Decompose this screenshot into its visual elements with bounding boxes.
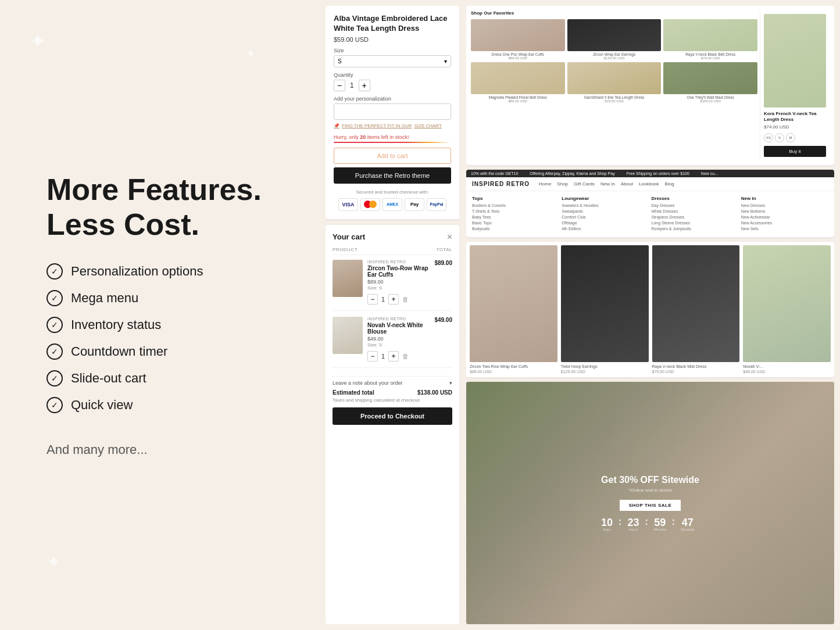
cart-note[interactable]: Leave a note about your order ▾ (333, 376, 452, 386)
mega-col-item[interactable]: New Bottoms (741, 209, 828, 213)
countdown-separator: : (645, 517, 648, 527)
feature-item: ✓ Mega menu (47, 290, 291, 306)
size-select[interactable]: S ▾ (334, 55, 451, 67)
store-banner: 10% with the code GET10 Offering Afterpa… (466, 170, 834, 177)
feature-label: Personalization options (71, 264, 203, 279)
store-products-row: Zircon Two-Row Wrap Ear Cuffs $89.00 USD… (466, 242, 834, 377)
product-thumb-item: Raya Y-neck Black Belt Dress $79.00 USD (663, 19, 757, 60)
cart-item: INSPIRED RETRO Zircon Two-Row Wrap Ear C… (333, 260, 452, 311)
countdown-seconds-label: Seconds (681, 528, 694, 531)
delete-icon[interactable]: 🗑 (402, 353, 409, 360)
mega-col-item[interactable]: Baby Tees (472, 215, 559, 219)
store-header: INSPIRED RETRO Home Shop Gift Cards New … (466, 177, 834, 191)
qty-increase-button[interactable]: + (359, 80, 370, 91)
and-more-text: And many more... (47, 442, 291, 457)
mega-col-item[interactable]: Bustiers & Corsets (472, 203, 559, 207)
mega-col-title: Tops (472, 196, 559, 201)
add-to-cart-button[interactable]: Add to cart (334, 148, 451, 164)
size-option-m[interactable]: M (786, 133, 795, 142)
nav-items: Home Shop Gift Cards New In About Lookbo… (539, 181, 674, 187)
heading-line1: More Features. (47, 173, 262, 206)
qty-decrease-button[interactable]: − (334, 80, 345, 91)
nav-item-home[interactable]: Home (539, 181, 551, 187)
kora-buy-button[interactable]: Buy it (764, 146, 826, 157)
mastercard-icon (360, 198, 380, 211)
mega-col-item[interactable]: Long Sleeve Dresses (652, 221, 739, 225)
purchase-theme-button[interactable]: Purchase the Retro theme (334, 167, 451, 184)
countdown-days-label: Days (603, 528, 611, 531)
product-thumbnail (663, 19, 757, 51)
mega-menu-col-loungewear: Loungewear Sweaters & Hoodies Sweatpants… (562, 196, 649, 232)
store-product-name: Novah V-... (743, 364, 831, 368)
product-thumb-price: $89.00 USD (471, 99, 565, 103)
shop-sale-button[interactable]: SHOP THIS SALE (620, 500, 681, 511)
checkout-button[interactable]: Proceed to Checkout (333, 407, 452, 425)
delete-icon[interactable]: 🗑 (402, 296, 409, 303)
mega-col-item[interactable]: Bodysuits (472, 227, 559, 231)
feature-label: Mega menu (71, 291, 138, 306)
personalize-input[interactable] (334, 103, 451, 120)
mega-col-item[interactable]: Sweatpants (562, 209, 649, 213)
cart-item-price: $89.00 (367, 279, 430, 285)
nav-item-newin[interactable]: New In (600, 181, 615, 187)
nav-item-shop[interactable]: Shop (557, 181, 568, 187)
mega-col-item[interactable]: Rompers & Jumpsuits (652, 227, 739, 231)
main-heading: More Features. Less Cost. (47, 173, 291, 242)
shop-favorites-label: Shop Our Favorites (471, 10, 757, 16)
cart-panel: Your cart × PRODUCT TOTAL INSPIRED RETRO… (326, 225, 459, 624)
mega-col-item[interactable]: White Dresses (652, 209, 739, 213)
kora-product-name: Kora French V-neck Tea Length Dress (764, 111, 826, 123)
countdown-seconds-value: 47 (682, 517, 694, 528)
product-thumb-price: $129.00 USD (567, 56, 662, 60)
store-product-price: $129.00 USD (561, 370, 649, 374)
store-top-section: Shop Our Favorites Dress One Poc Wrap Ea… (466, 6, 834, 165)
close-icon[interactable]: × (447, 232, 452, 242)
cart-item-image (333, 317, 363, 354)
cart-header: Your cart × (333, 232, 452, 242)
qty-value: 1 (350, 81, 354, 90)
chevron-down-icon: ▾ (449, 380, 452, 386)
cart-qty-decrease[interactable]: − (367, 294, 378, 305)
cart-qty-decrease[interactable]: − (367, 351, 378, 361)
mega-col-item[interactable]: Strapless Dresses (652, 215, 739, 219)
cart-item-qty-row: − 1 + 🗑 (367, 351, 430, 361)
product-thumbnail (471, 62, 565, 94)
store-product-image (743, 245, 831, 362)
mega-col-item[interactable]: New Sets (741, 227, 828, 231)
store-product-image (652, 245, 740, 362)
mega-col-item[interactable]: Day Dresses (652, 203, 739, 207)
cart-item-brand: INSPIRED RETRO (367, 317, 430, 321)
sale-title: Get 30% OFF Sitewide (601, 475, 699, 485)
cart-qty-increase[interactable]: + (388, 294, 399, 305)
check-icon: ✓ (47, 370, 63, 386)
nav-item-blog[interactable]: Blog (665, 181, 674, 187)
size-chart-link-text[interactable]: SIZE CHART (414, 123, 441, 128)
product-thumb-name: Zircon Wrap Ear Earrings (567, 52, 662, 56)
store-product-name: Raya V-neck Black Midi Dress (652, 364, 740, 368)
cart-qty-increase[interactable]: + (388, 351, 399, 361)
mega-col-item[interactable]: New Accessories (741, 221, 828, 225)
countdown-seconds: 47 Seconds (681, 517, 694, 531)
mega-col-title: Dresses (652, 196, 739, 201)
product-thumb-name: Ona They'll Wait Maxi Dress (663, 95, 757, 99)
nav-item-about[interactable]: About (621, 181, 633, 187)
size-option-xs[interactable]: XS (764, 133, 773, 142)
mega-col-item[interactable]: Sweaters & Hoodies (562, 203, 649, 207)
mega-col-item[interactable]: 4th Edition (562, 227, 649, 231)
sparkle-decoration-bl: ✦ (47, 552, 61, 572)
store-product-item: Zircon Two-Row Wrap Ear Cuffs $89.00 USD (470, 245, 557, 374)
mega-col-item[interactable]: T-Shirts & Tees (472, 209, 559, 213)
size-option-s[interactable]: S (775, 133, 784, 142)
nav-item-giftcards[interactable]: Gift Cards (574, 181, 595, 187)
store-logo: INSPIRED RETRO (472, 181, 530, 187)
nav-item-lookbook[interactable]: Lookbook (639, 181, 659, 187)
countdown-timer: 10 Days : 23 Hours : 59 Minutes : (601, 517, 699, 532)
mega-col-item[interactable]: Offstage (562, 221, 649, 225)
store-product-image (561, 245, 649, 362)
mega-menu: Tops Bustiers & Corsets T-Shirts & Tees … (466, 191, 834, 237)
mega-col-item[interactable]: Comfort Club (562, 215, 649, 219)
cart-item: INSPIRED RETRO Novah V-neck White Blouse… (333, 317, 452, 368)
mega-col-item[interactable]: New Dresses (741, 203, 828, 207)
mega-col-item[interactable]: Basic Tops (472, 221, 559, 225)
mega-col-item[interactable]: New Activewear (741, 215, 828, 219)
